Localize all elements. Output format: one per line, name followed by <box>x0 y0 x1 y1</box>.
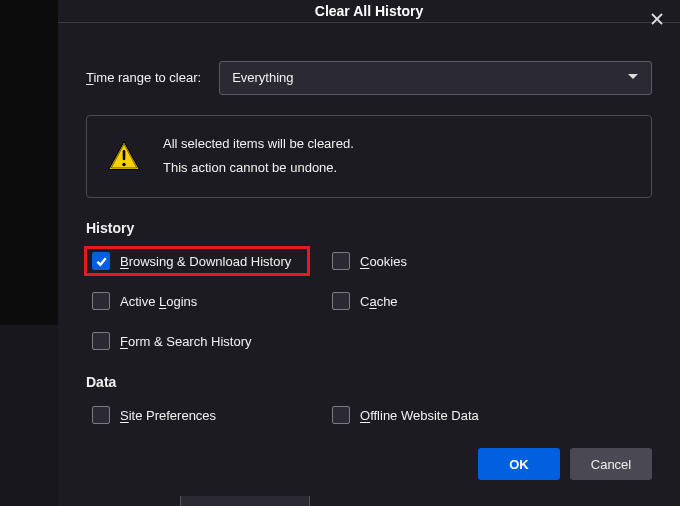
checkbox-label: Active Logins <box>120 294 197 309</box>
checkbox-label: Browsing & Download History <box>120 254 291 269</box>
background-tab-hint <box>180 496 310 506</box>
checkbox-box <box>92 292 110 310</box>
warning-line-1: All selected items will be cleared. <box>163 132 354 157</box>
checkbox-cookies[interactable]: Cookies <box>326 248 652 274</box>
checkbox-offline-website-data[interactable]: Offline Website Data <box>326 402 652 428</box>
checkbox-label: Cookies <box>360 254 407 269</box>
dialog-title: Clear All History <box>58 3 680 19</box>
background-panel <box>0 325 58 506</box>
checkbox-box <box>332 406 350 424</box>
ok-button[interactable]: OK <box>478 448 560 480</box>
chevron-down-icon <box>627 70 639 85</box>
checkbox-box <box>332 292 350 310</box>
history-options-grid: Browsing & Download History Cookies Acti… <box>86 248 652 354</box>
checkbox-box <box>332 252 350 270</box>
dialog-body: Time range to clear: Everything All sele… <box>58 23 680 448</box>
svg-point-5 <box>122 163 125 166</box>
checkbox-label: Form & Search History <box>120 334 252 349</box>
cancel-button[interactable]: Cancel <box>570 448 652 480</box>
section-data-title: Data <box>86 374 652 390</box>
titlebar: Clear All History <box>58 0 680 23</box>
checkbox-cache[interactable]: Cache <box>326 288 652 314</box>
dialog-footer: OK Cancel <box>58 448 680 506</box>
checkbox-active-logins[interactable]: Active Logins <box>86 288 326 314</box>
checkbox-label: Cache <box>360 294 398 309</box>
time-range-row: Time range to clear: Everything <box>86 61 652 95</box>
svg-rect-4 <box>123 150 126 160</box>
checkbox-site-preferences[interactable]: Site Preferences <box>86 402 326 428</box>
button-label: Cancel <box>591 457 631 472</box>
checkbox-box <box>92 332 110 350</box>
close-button[interactable] <box>634 0 680 40</box>
checkbox-label: Site Preferences <box>120 408 216 423</box>
time-range-select[interactable]: Everything <box>219 61 652 95</box>
checkbox-box <box>92 406 110 424</box>
warning-box: All selected items will be cleared. This… <box>86 115 652 198</box>
checkbox-box <box>92 252 110 270</box>
section-history-title: History <box>86 220 652 236</box>
button-label: OK <box>509 457 529 472</box>
warning-text: All selected items will be cleared. This… <box>163 132 354 181</box>
checkbox-label: Offline Website Data <box>360 408 479 423</box>
warning-icon <box>107 139 141 173</box>
time-range-label: Time range to clear: <box>86 70 201 85</box>
checkbox-form-search-history[interactable]: Form & Search History <box>86 328 326 354</box>
warning-line-2: This action cannot be undone. <box>163 156 354 181</box>
time-range-value: Everything <box>232 70 293 85</box>
clear-history-dialog: Clear All History Time range to clear: E… <box>58 0 680 506</box>
data-options-grid: Site Preferences Offline Website Data <box>86 402 652 428</box>
checkbox-browsing-history[interactable]: Browsing & Download History <box>86 248 308 274</box>
close-icon <box>651 13 663 28</box>
